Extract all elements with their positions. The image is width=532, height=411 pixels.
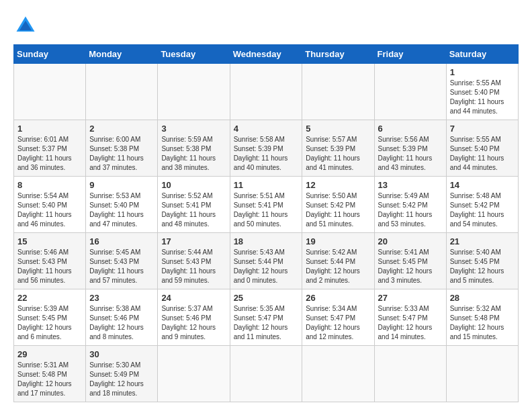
- day-number: 5: [306, 124, 370, 134]
- day-number: 25: [234, 293, 299, 303]
- calendar-week-4: 22 Sunrise: 5:39 AMSunset: 5:45 PMDaylig…: [14, 289, 519, 346]
- day-number: 2: [89, 124, 154, 134]
- day-number: 13: [378, 180, 443, 190]
- calendar-cell: 7 Sunrise: 5:55 AMSunset: 5:40 PMDayligh…: [446, 120, 518, 177]
- day-number: 14: [450, 180, 515, 190]
- calendar-header-saturday: Saturday: [446, 45, 518, 64]
- day-number: 8: [17, 180, 82, 190]
- day-number: 16: [89, 236, 154, 246]
- calendar-cell: 6 Sunrise: 5:56 AMSunset: 5:39 PMDayligh…: [374, 120, 446, 177]
- day-info: Sunrise: 5:52 AMSunset: 5:41 PMDaylight:…: [161, 192, 216, 228]
- day-info: Sunrise: 5:32 AMSunset: 5:48 PMDaylight:…: [450, 305, 504, 340]
- calendar-body: 1 Sunrise: 5:55 AMSunset: 5:40 PMDayligh…: [14, 64, 519, 402]
- day-number: 3: [161, 124, 226, 134]
- day-info: Sunrise: 5:46 AMSunset: 5:43 PMDaylight:…: [17, 248, 72, 284]
- day-info: Sunrise: 5:49 AMSunset: 5:42 PMDaylight:…: [378, 192, 433, 228]
- day-number: 17: [161, 236, 226, 246]
- calendar-header-sunday: Sunday: [14, 45, 86, 64]
- day-number: 23: [89, 293, 154, 303]
- calendar-cell: [158, 64, 230, 120]
- day-number: 28: [450, 293, 515, 303]
- calendar-cell: 17 Sunrise: 5:44 AMSunset: 5:43 PMDaylig…: [158, 233, 230, 289]
- day-info: Sunrise: 5:48 AMSunset: 5:42 PMDaylight:…: [450, 192, 504, 228]
- calendar-cell: 8 Sunrise: 5:54 AMSunset: 5:40 PMDayligh…: [14, 177, 86, 233]
- calendar-cell: 5 Sunrise: 5:57 AMSunset: 5:39 PMDayligh…: [302, 120, 374, 177]
- day-number: 19: [306, 236, 370, 246]
- calendar-cell: [230, 346, 302, 402]
- calendar-cell: 25 Sunrise: 5:35 AMSunset: 5:47 PMDaylig…: [230, 289, 302, 346]
- day-info: Sunrise: 5:57 AMSunset: 5:39 PMDaylight:…: [306, 136, 360, 171]
- day-number: 11: [234, 180, 299, 190]
- calendar-week-2: 8 Sunrise: 5:54 AMSunset: 5:40 PMDayligh…: [14, 177, 519, 233]
- day-info: Sunrise: 5:42 AMSunset: 5:44 PMDaylight:…: [306, 248, 360, 284]
- day-info: Sunrise: 5:51 AMSunset: 5:41 PMDaylight:…: [234, 192, 288, 228]
- day-number: 22: [17, 293, 82, 303]
- page-header: [13, 13, 519, 38]
- day-info: Sunrise: 5:30 AMSunset: 5:49 PMDaylight:…: [89, 361, 144, 397]
- calendar-cell: 26 Sunrise: 5:34 AMSunset: 5:47 PMDaylig…: [302, 289, 374, 346]
- calendar-cell: 2 Sunrise: 6:00 AMSunset: 5:38 PMDayligh…: [86, 120, 158, 177]
- day-info: Sunrise: 5:55 AMSunset: 5:40 PMDaylight:…: [450, 136, 504, 171]
- day-number: 18: [234, 236, 299, 246]
- day-info: Sunrise: 5:53 AMSunset: 5:40 PMDaylight:…: [89, 192, 144, 228]
- calendar-table: SundayMondayTuesdayWednesdayThursdayFrid…: [13, 44, 519, 402]
- calendar-cell: [158, 346, 230, 402]
- day-info: Sunrise: 5:56 AMSunset: 5:39 PMDaylight:…: [378, 136, 433, 171]
- logo-icon: [13, 13, 38, 38]
- day-number: 1: [450, 67, 515, 77]
- calendar-cell: [374, 64, 446, 120]
- calendar-cell: 20 Sunrise: 5:41 AMSunset: 5:45 PMDaylig…: [374, 233, 446, 289]
- calendar-cell: 10 Sunrise: 5:52 AMSunset: 5:41 PMDaylig…: [158, 177, 230, 233]
- calendar-cell: 27 Sunrise: 5:33 AMSunset: 5:47 PMDaylig…: [374, 289, 446, 346]
- day-number: 15: [17, 236, 82, 246]
- day-number: 9: [89, 180, 154, 190]
- day-info: Sunrise: 5:58 AMSunset: 5:39 PMDaylight:…: [234, 136, 288, 171]
- calendar-cell: 15 Sunrise: 5:46 AMSunset: 5:43 PMDaylig…: [14, 233, 86, 289]
- calendar-cell: [86, 64, 158, 120]
- calendar-header-monday: Monday: [86, 45, 158, 64]
- calendar-cell: 28 Sunrise: 5:32 AMSunset: 5:48 PMDaylig…: [446, 289, 518, 346]
- calendar-cell: 16 Sunrise: 5:45 AMSunset: 5:43 PMDaylig…: [86, 233, 158, 289]
- calendar-cell: 24 Sunrise: 5:37 AMSunset: 5:46 PMDaylig…: [158, 289, 230, 346]
- calendar-week-1: 1 Sunrise: 6:01 AMSunset: 5:37 PMDayligh…: [14, 120, 519, 177]
- calendar-cell: 30 Sunrise: 5:30 AMSunset: 5:49 PMDaylig…: [86, 346, 158, 402]
- calendar-cell: 1 Sunrise: 5:55 AMSunset: 5:40 PMDayligh…: [446, 64, 518, 120]
- day-info: Sunrise: 5:31 AMSunset: 5:48 PMDaylight:…: [17, 361, 72, 397]
- calendar-cell: 22 Sunrise: 5:39 AMSunset: 5:45 PMDaylig…: [14, 289, 86, 346]
- day-number: 26: [306, 293, 370, 303]
- calendar-cell: 19 Sunrise: 5:42 AMSunset: 5:44 PMDaylig…: [302, 233, 374, 289]
- calendar-cell: [302, 64, 374, 120]
- day-info: Sunrise: 5:50 AMSunset: 5:42 PMDaylight:…: [306, 192, 360, 228]
- day-info: Sunrise: 5:54 AMSunset: 5:40 PMDaylight:…: [17, 192, 72, 228]
- day-number: 10: [161, 180, 226, 190]
- day-number: 6: [378, 124, 443, 134]
- day-number: 7: [450, 124, 515, 134]
- calendar-header-tuesday: Tuesday: [158, 45, 230, 64]
- day-info: Sunrise: 5:38 AMSunset: 5:46 PMDaylight:…: [89, 305, 144, 340]
- calendar-cell: 29 Sunrise: 5:31 AMSunset: 5:48 PMDaylig…: [14, 346, 86, 402]
- calendar-cell: [14, 64, 86, 120]
- calendar-cell: 3 Sunrise: 5:59 AMSunset: 5:38 PMDayligh…: [158, 120, 230, 177]
- calendar-cell: 11 Sunrise: 5:51 AMSunset: 5:41 PMDaylig…: [230, 177, 302, 233]
- calendar-cell: 9 Sunrise: 5:53 AMSunset: 5:40 PMDayligh…: [86, 177, 158, 233]
- calendar-cell: 12 Sunrise: 5:50 AMSunset: 5:42 PMDaylig…: [302, 177, 374, 233]
- calendar-cell: 23 Sunrise: 5:38 AMSunset: 5:46 PMDaylig…: [86, 289, 158, 346]
- calendar-cell: 18 Sunrise: 5:43 AMSunset: 5:44 PMDaylig…: [230, 233, 302, 289]
- calendar-week-0: 1 Sunrise: 5:55 AMSunset: 5:40 PMDayligh…: [14, 64, 519, 120]
- calendar-cell: [374, 346, 446, 402]
- day-number: 30: [89, 349, 154, 359]
- calendar-header-wednesday: Wednesday: [230, 45, 302, 64]
- calendar-cell: 14 Sunrise: 5:48 AMSunset: 5:42 PMDaylig…: [446, 177, 518, 233]
- day-number: 27: [378, 293, 443, 303]
- calendar-week-3: 15 Sunrise: 5:46 AMSunset: 5:43 PMDaylig…: [14, 233, 519, 289]
- calendar-week-5: 29 Sunrise: 5:31 AMSunset: 5:48 PMDaylig…: [14, 346, 519, 402]
- day-info: Sunrise: 6:01 AMSunset: 5:37 PMDaylight:…: [17, 136, 72, 171]
- day-number: 12: [306, 180, 370, 190]
- day-info: Sunrise: 5:34 AMSunset: 5:47 PMDaylight:…: [306, 305, 360, 340]
- calendar-cell: 1 Sunrise: 6:01 AMSunset: 5:37 PMDayligh…: [14, 120, 86, 177]
- day-info: Sunrise: 5:35 AMSunset: 5:47 PMDaylight:…: [234, 305, 288, 340]
- day-info: Sunrise: 5:37 AMSunset: 5:46 PMDaylight:…: [161, 305, 216, 340]
- day-number: 29: [17, 349, 82, 359]
- day-number: 24: [161, 293, 226, 303]
- calendar-cell: 13 Sunrise: 5:49 AMSunset: 5:42 PMDaylig…: [374, 177, 446, 233]
